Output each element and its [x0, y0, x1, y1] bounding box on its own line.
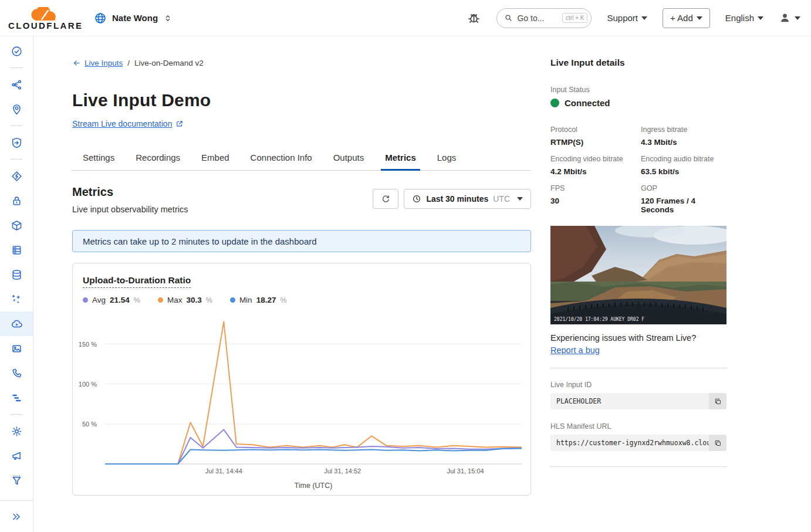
search-shortcut-badge: ctrl + K: [562, 13, 587, 23]
divider: [550, 466, 726, 467]
server-icon: [11, 244, 23, 256]
sidebar-item-stream[interactable]: [0, 311, 33, 336]
detail-field: Ingress bitrate4.3 Mbit/s: [641, 126, 726, 147]
tab-connection-info[interactable]: Connection Info: [250, 147, 313, 170]
stream-docs-link[interactable]: Stream Live documentation: [72, 119, 184, 128]
chart-title: Upload-to-Duration Ratio: [83, 275, 191, 288]
detail-label: GOP: [641, 184, 726, 192]
sidebar-item-server[interactable]: [0, 238, 33, 262]
legend-item-max: Max30.3%: [158, 296, 212, 304]
clock-check-icon: [11, 45, 23, 57]
hls-manifest-url-label: HLS Manifest URL: [550, 422, 726, 431]
chevron-down-icon: [697, 16, 702, 20]
header-actions: Go to... ctrl + K Support + Add English: [467, 8, 800, 28]
metrics-heading: Metrics: [72, 185, 113, 199]
legend-dot-icon: [158, 297, 163, 303]
sidebar-collapse-button[interactable]: [0, 500, 33, 532]
breadcrumb-back-label: Live Inputs: [85, 59, 123, 67]
detail-value: 120 Frames / 4 Seconds: [641, 196, 726, 214]
detail-value: RTMP(S): [550, 138, 636, 147]
language-menu[interactable]: English: [725, 13, 763, 23]
sparkles-icon: [11, 293, 23, 306]
x-axis-labels: Jul 31, 14:44Jul 31, 14:52Jul 31, 15:04: [105, 467, 522, 477]
divider: [550, 368, 726, 368]
user-menu[interactable]: [779, 12, 800, 24]
breadcrumb-back-link[interactable]: Live Inputs: [72, 59, 123, 67]
globe-icon: [94, 12, 107, 25]
arrow-left-icon: [72, 59, 81, 67]
detail-field: ProtocolRTMP(S): [550, 126, 636, 147]
legend-unit: %: [206, 296, 212, 304]
sidebar-item-sparkles[interactable]: [0, 287, 33, 311]
add-button[interactable]: + Add: [663, 8, 710, 28]
sidebar-item-funnel[interactable]: [0, 468, 33, 493]
sidebar-item-cube[interactable]: [0, 213, 33, 238]
legend-unit: %: [134, 296, 140, 304]
sidebar-item-gear[interactable]: [0, 419, 33, 443]
tab-embed[interactable]: Embed: [201, 147, 230, 170]
copy-icon: [714, 397, 722, 406]
sidebar-item-images[interactable]: [0, 336, 33, 361]
y-axis-labels: 50 %100 %150 %: [73, 316, 101, 464]
sidebar-nav: [0, 36, 33, 493]
copy-hls-url-button[interactable]: [709, 435, 726, 451]
time-range-dropdown[interactable]: Last 30 minutes UTC: [404, 189, 531, 209]
sidebar-item-queue[interactable]: [0, 385, 33, 410]
doc-link-label: Stream Live documentation: [72, 119, 172, 128]
y-tick-label: 150 %: [79, 341, 97, 348]
top-header: CLOUDFLARE Nate Wong Go to... ctrl: [0, 0, 811, 36]
copy-icon: [714, 439, 722, 448]
tab-outputs[interactable]: Outputs: [333, 147, 365, 170]
live-input-id-label: Live Input ID: [550, 381, 726, 389]
copy-input-id-button[interactable]: [709, 393, 726, 409]
time-range-label: Last 30 minutes: [426, 194, 488, 204]
legend-value: 18.27: [256, 296, 276, 304]
gear-icon: [11, 425, 23, 438]
location-pin-icon: [11, 103, 23, 116]
sidebar-item-shield[interactable]: [0, 130, 33, 155]
line-chart-svg: [105, 316, 522, 464]
account-switcher[interactable]: Nate Wong: [94, 12, 173, 25]
x-tick-label: Jul 31, 14:52: [313, 467, 372, 475]
detail-value: 63.5 kbit/s: [641, 167, 726, 176]
sidebar-item-lock[interactable]: [0, 188, 33, 213]
sidebar-item-database[interactable]: [0, 262, 33, 287]
legend-unit: %: [280, 296, 286, 304]
global-search[interactable]: Go to... ctrl + K: [496, 8, 592, 28]
sidebar-item-location-pin[interactable]: [0, 97, 33, 121]
shield-icon: [11, 137, 23, 149]
detail-field: Encoding audio bitrate63.5 kbit/s: [641, 155, 726, 176]
tab-metrics[interactable]: Metrics: [384, 147, 417, 170]
sidebar-item-clock-check[interactable]: [0, 39, 33, 63]
external-link-icon: [175, 120, 184, 128]
cloudflare-logo[interactable]: CLOUDFLARE: [8, 7, 77, 31]
bug-icon[interactable]: [467, 11, 481, 25]
sidebar-item-phone[interactable]: [0, 361, 33, 385]
layers-bolt-icon: [11, 170, 23, 182]
sidebar-item-traffic[interactable]: [0, 72, 33, 97]
database-icon: [11, 269, 23, 281]
search-icon: [504, 13, 513, 22]
metrics-controls: Last 30 minutes UTC: [373, 189, 531, 209]
tab-recordings[interactable]: Recordings: [135, 147, 181, 170]
refresh-icon: [381, 194, 391, 204]
detail-label: Encoding video bitrate: [550, 155, 636, 163]
detail-label: Encoding audio bitrate: [641, 155, 726, 163]
funnel-icon: [11, 475, 23, 487]
refresh-button[interactable]: [373, 189, 398, 209]
live-input-id-field: PLACEHOLDER: [550, 393, 726, 409]
person-icon: [779, 12, 791, 24]
sidebar-divider: [0, 121, 33, 130]
sidebar-item-layers-bolt[interactable]: [0, 164, 33, 188]
lock-icon: [11, 195, 23, 207]
report-bug-link[interactable]: Report a bug: [550, 345, 600, 355]
detail-label: Ingress bitrate: [641, 126, 726, 134]
legend-dot-icon: [83, 297, 88, 303]
work-area: Live Inputs / Live-on-Demand v2 Live Inp…: [33, 36, 811, 532]
x-tick-label: Jul 31, 15:04: [436, 467, 495, 475]
breadcrumb: Live Inputs / Live-on-Demand v2: [72, 59, 204, 67]
tab-settings[interactable]: Settings: [82, 147, 115, 170]
sidebar-item-megaphone[interactable]: [0, 443, 33, 468]
tab-logs[interactable]: Logs: [437, 147, 457, 170]
support-menu[interactable]: Support: [607, 13, 647, 23]
